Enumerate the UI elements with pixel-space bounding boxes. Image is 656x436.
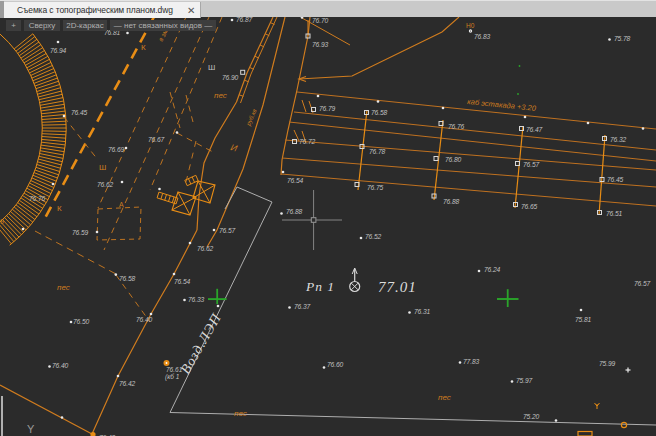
svg-text:76.57: 76.57 [219,227,236,234]
svg-text:76.79: 76.79 [319,105,336,112]
svg-text:76.70: 76.70 [312,17,329,24]
svg-text:пес: пес [438,393,451,402]
svg-text:75.81: 75.81 [575,316,592,323]
svg-text:76.60: 76.60 [327,361,344,368]
svg-text:76.45: 76.45 [607,176,624,183]
svg-text:76.87: 76.87 [236,17,253,23]
svg-text:76.57: 76.57 [634,280,651,287]
svg-text:Pn 1: Pn 1 [305,279,335,294]
svg-text:пес: пес [234,409,247,418]
svg-text:76.69: 76.69 [108,146,125,153]
svg-text:76.45: 76.45 [71,109,88,116]
svg-text:А: А [119,201,124,208]
svg-text:76.65: 76.65 [521,203,538,210]
svg-text:76.40: 76.40 [52,362,69,369]
svg-text:76.72: 76.72 [299,138,316,145]
svg-text:76.32: 76.32 [610,136,627,143]
svg-text:76.93: 76.93 [312,41,329,48]
svg-text:75.97: 75.97 [516,377,533,384]
svg-text:76.58: 76.58 [119,275,136,282]
svg-text:76.54: 76.54 [287,177,304,184]
svg-text:76.52: 76.52 [365,233,382,240]
svg-text:76.54: 76.54 [174,278,191,285]
svg-text:76.40: 76.40 [136,316,153,323]
svg-text:77.01: 77.01 [378,279,417,295]
svg-text:76.83: 76.83 [474,33,491,40]
svg-text:76.76: 76.76 [448,123,465,130]
svg-text:Ш: Ш [208,63,215,72]
svg-text:(кб 1: (кб 1 [165,373,180,381]
svg-text:Y: Y [27,423,35,435]
svg-text:76.62: 76.62 [97,181,114,188]
svg-text:76.42: 76.42 [119,380,136,387]
svg-text:75.78: 75.78 [614,35,631,42]
svg-text:76.62: 76.62 [197,245,214,252]
svg-text:76.88: 76.88 [286,208,303,215]
svg-text:76.75: 76.75 [367,184,384,191]
svg-text:76.76: 76.76 [29,195,46,202]
svg-text:76.80: 76.80 [445,156,462,163]
svg-text:75.99: 75.99 [599,360,616,367]
svg-text:9: 9 [0,218,4,225]
svg-text:76.37: 76.37 [294,303,311,310]
svg-text:76.24: 76.24 [484,266,501,273]
svg-text:76.47: 76.47 [526,126,543,133]
svg-text:Ш: Ш [99,163,106,172]
svg-text:76.90: 76.90 [222,74,239,81]
svg-text:76.67: 76.67 [148,136,165,143]
svg-text:76.50: 76.50 [73,318,90,325]
svg-text:76.51: 76.51 [606,210,623,217]
svg-text:76.57: 76.57 [523,161,540,168]
svg-text:76.31: 76.31 [414,308,431,315]
svg-text:76.94: 76.94 [50,47,67,54]
svg-text:77.83: 77.83 [463,358,480,365]
svg-text:Н0: Н0 [466,22,475,29]
svg-text:76.33: 76.33 [188,296,205,303]
svg-text:76.58: 76.58 [371,109,388,116]
svg-text:75.20: 75.20 [523,413,540,420]
svg-text:76.59: 76.59 [72,229,89,236]
svg-text:пес: пес [214,91,227,100]
svg-text:К: К [141,43,146,52]
svg-text:76.78: 76.78 [369,148,386,155]
svg-text:К: К [57,204,62,213]
svg-text:пес: пес [57,283,70,292]
svg-text:76.88: 76.88 [443,198,460,205]
